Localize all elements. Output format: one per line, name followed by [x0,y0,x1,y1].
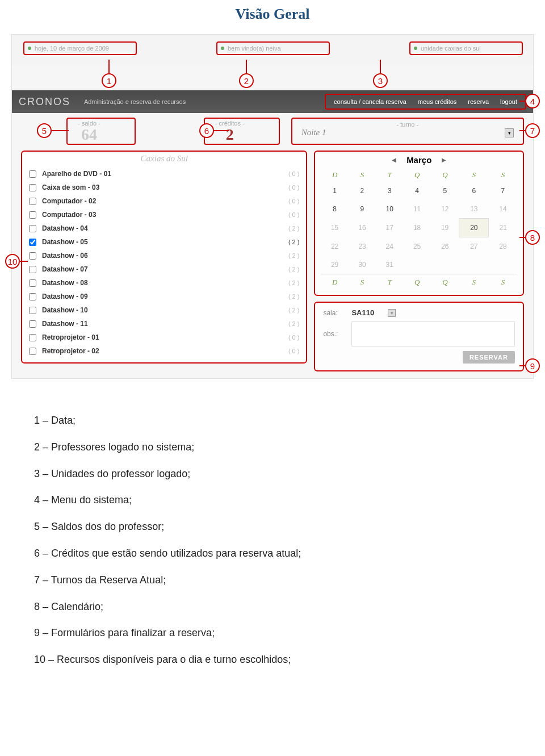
calendar-day[interactable]: 2 [349,182,376,200]
calendar-day[interactable]: 30 [349,256,376,274]
legend-item: 8 – Calendário; [34,594,511,620]
calendar-day[interactable]: 13 [459,200,489,219]
callout-line [246,60,247,73]
calendar-day[interactable]: 11 [403,200,430,219]
cal-next-icon[interactable]: ▶ [442,157,446,163]
resource-name: Datashow - 07 [42,265,288,273]
nav-link-reserva[interactable]: reserva [462,96,494,107]
legend-item: 10 – Recursos disponíveis para o dia e t… [34,646,511,673]
status-dot-icon [221,47,224,50]
calendar-dow: Q [403,168,430,182]
calendar-day[interactable]: 1 [321,182,348,200]
resource-name: Datashow - 10 [42,306,288,314]
calendar-day[interactable]: 19 [431,219,459,237]
resource-row: Aparelho de DVD - 01( 0 ) [28,167,300,181]
calendar-day[interactable]: 15 [321,219,348,237]
calendar-day[interactable]: 21 [489,219,517,237]
unit-text: unidade caxias do sul [421,45,481,52]
calendar-day[interactable]: 16 [349,219,376,237]
calendar-day[interactable]: 25 [403,237,430,256]
resource-checkbox[interactable] [29,239,36,246]
reserve-button[interactable]: RESERVAR [463,351,515,364]
sala-select[interactable]: SA110 ▾ [351,308,396,317]
stats-row: - saldo - 64 - créditos - 2 - turno - No… [12,113,533,148]
calendar-day[interactable]: 12 [431,200,459,219]
turno-select[interactable]: Noite 1 ▾ [301,128,514,137]
calendar-dow: S [349,274,376,290]
calendar-day[interactable]: 17 [376,219,403,237]
calendar-day[interactable]: 22 [321,237,348,256]
legend-item: 3 – Unidades do professor logado; [34,461,511,487]
callout-line [519,130,525,131]
resource-name: Computador - 02 [42,197,288,205]
resource-checkbox[interactable] [29,320,36,328]
callout-5: 5 [37,123,52,138]
callout-2: 2 [239,73,254,88]
calendar-day [431,256,459,274]
calendar-day[interactable]: 26 [431,237,459,256]
resource-checkbox[interactable] [29,293,36,300]
legend-item: 2 – Professores logado no sistema; [34,434,511,461]
nav-link-logout[interactable]: logout [494,96,523,107]
saldo-box: - saldo - 64 [66,118,136,145]
dropdown-arrow-icon[interactable]: ▾ [388,309,396,317]
resource-row: Datashow - 04( 2 ) [28,222,300,235]
calendar-day[interactable]: 28 [489,237,517,256]
date-box: hoje, 10 de março de 2009 [23,41,137,55]
obs-textarea[interactable] [351,321,515,346]
callout-7: 7 [525,123,540,138]
resource-count: ( 2 ) [288,239,300,245]
sala-label: sala: [323,309,346,317]
calendar-dow: S [349,168,376,182]
calendar-day[interactable]: 24 [376,237,403,256]
status-dot-icon [414,47,417,50]
resource-checkbox[interactable] [29,184,36,191]
resource-count: ( 2 ) [288,266,300,273]
sala-value: SA110 [351,308,385,317]
callout-10: 10 [5,254,20,269]
calendar-day[interactable]: 18 [403,219,430,237]
resource-row: Datashow - 05( 2 ) [28,235,300,249]
callout-line [380,60,381,73]
resource-count: ( 2 ) [288,225,300,232]
resource-checkbox[interactable] [29,225,36,232]
calendar-grid: DSTQQSS 12345678910111213141516171819202… [321,168,517,289]
resource-checkbox[interactable] [29,266,36,273]
calendar-day[interactable]: 9 [349,200,376,219]
nav-link-creditos[interactable]: meus créditos [412,96,462,107]
calendar-day[interactable]: 23 [349,237,376,256]
resource-checkbox[interactable] [29,307,36,314]
calendar-day[interactable]: 27 [459,237,489,256]
resource-checkbox[interactable] [29,348,36,355]
nav-link-consulta[interactable]: consulta / cancela reserva [328,96,412,107]
resource-row: Computador - 02( 0 ) [28,194,300,208]
resource-checkbox[interactable] [29,334,36,341]
calendar-day[interactable]: 6 [459,182,489,200]
date-text: hoje, 10 de março de 2009 [35,45,109,52]
calendar-day[interactable]: 20 [459,219,489,237]
cal-prev-icon[interactable]: ◀ [392,157,396,163]
calendar-day[interactable]: 5 [431,182,459,200]
resource-checkbox[interactable] [29,211,36,219]
turno-label: - turno - [301,121,514,128]
resource-count: ( 2 ) [288,279,300,286]
calendar-day[interactable]: 31 [376,256,403,274]
callout-6: 6 [199,123,214,138]
dropdown-arrow-icon[interactable]: ▾ [505,128,514,137]
resource-count: ( 0 ) [288,184,300,191]
resource-checkbox[interactable] [29,252,36,260]
calendar-day[interactable]: 10 [376,200,403,219]
resource-row: Datashow - 09( 2 ) [28,290,300,303]
resource-checkbox[interactable] [29,170,36,178]
calendar-day[interactable]: 4 [403,182,430,200]
calendar-day[interactable]: 8 [321,200,348,219]
calendar-day[interactable]: 29 [321,256,348,274]
callout-line [20,261,28,262]
resource-checkbox[interactable] [29,198,36,205]
calendar-day[interactable]: 7 [489,182,517,200]
resource-checkbox[interactable] [29,279,36,287]
calendar-day[interactable]: 3 [376,182,403,200]
calendar-day[interactable]: 14 [489,200,517,219]
resource-name: Datashow - 05 [42,238,288,246]
resource-count: ( 0 ) [288,170,300,177]
